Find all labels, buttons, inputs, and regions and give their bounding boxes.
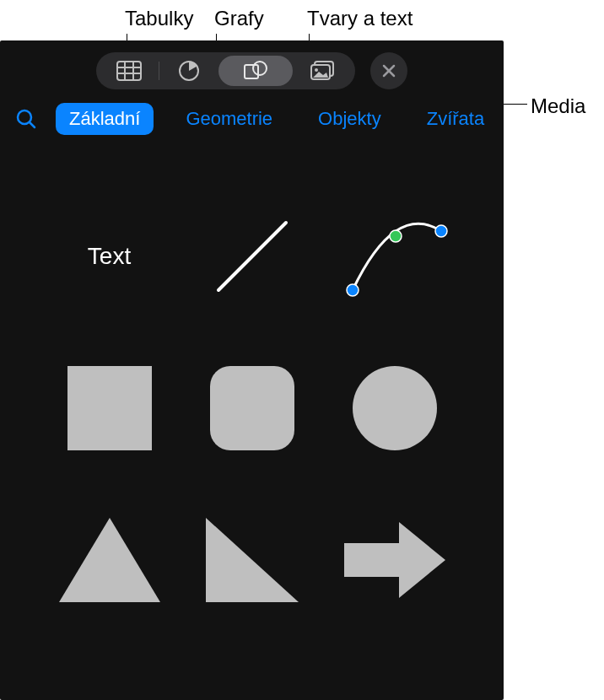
svg-rect-20 bbox=[210, 366, 294, 450]
rounded-square-icon bbox=[210, 366, 294, 450]
svg-line-14 bbox=[30, 122, 35, 127]
svg-point-18 bbox=[435, 225, 447, 237]
callout-charts: Grafy bbox=[214, 7, 264, 30]
right-triangle-icon bbox=[206, 518, 299, 602]
category-tab-basic[interactable]: Základní bbox=[56, 103, 154, 135]
shapes-grid: Text bbox=[0, 147, 504, 636]
media-tab[interactable] bbox=[293, 56, 352, 86]
pie-chart-icon bbox=[178, 60, 200, 82]
svg-rect-0 bbox=[117, 62, 141, 80]
shape-curve[interactable] bbox=[336, 206, 454, 307]
svg-marker-24 bbox=[344, 522, 445, 598]
insert-type-segmented bbox=[96, 52, 355, 89]
tables-tab[interactable] bbox=[100, 56, 159, 86]
charts-tab[interactable] bbox=[159, 56, 218, 86]
close-icon bbox=[381, 63, 396, 78]
circle-icon bbox=[353, 366, 437, 450]
category-tab-objects[interactable]: Objekty bbox=[305, 103, 395, 135]
callout-media: Media bbox=[531, 94, 585, 118]
svg-line-15 bbox=[218, 223, 286, 290]
svg-point-7 bbox=[253, 62, 267, 75]
shape-line[interactable] bbox=[193, 206, 311, 307]
shape-triangle[interactable] bbox=[51, 509, 169, 611]
svg-marker-23 bbox=[206, 518, 299, 602]
insert-panel: Základní Geometrie Objekty Zvířata Text bbox=[0, 40, 504, 700]
svg-rect-19 bbox=[67, 366, 152, 450]
svg-point-17 bbox=[390, 230, 402, 242]
svg-rect-6 bbox=[245, 65, 258, 78]
category-row: Základní Geometrie Objekty Zvířata bbox=[0, 98, 504, 147]
search-icon bbox=[15, 108, 37, 130]
svg-marker-22 bbox=[59, 518, 160, 602]
arrow-right-icon bbox=[344, 522, 445, 598]
category-tab-geometry[interactable]: Geometrie bbox=[172, 103, 286, 135]
shapes-tab[interactable] bbox=[218, 56, 293, 86]
callout-tables: Tabulky bbox=[125, 7, 193, 30]
shape-arrow-right[interactable] bbox=[336, 509, 454, 611]
line-icon bbox=[202, 206, 303, 307]
shape-square[interactable] bbox=[51, 358, 169, 459]
shape-rounded-square[interactable] bbox=[193, 358, 311, 459]
media-icon bbox=[310, 61, 335, 81]
shapes-icon bbox=[243, 60, 268, 82]
svg-point-21 bbox=[353, 366, 437, 450]
square-icon bbox=[67, 366, 152, 450]
svg-point-16 bbox=[347, 284, 359, 296]
shape-circle[interactable] bbox=[336, 358, 454, 459]
curve-icon bbox=[336, 206, 454, 307]
text-shape-label: Text bbox=[88, 243, 131, 270]
shape-right-triangle[interactable] bbox=[193, 509, 311, 611]
insert-toolbar bbox=[0, 40, 504, 98]
svg-point-10 bbox=[315, 68, 318, 72]
shape-text[interactable]: Text bbox=[51, 206, 169, 307]
search-button[interactable] bbox=[15, 106, 37, 132]
table-icon bbox=[116, 61, 142, 81]
callout-shapes-text: Tvary a text bbox=[307, 7, 413, 30]
close-button[interactable] bbox=[370, 52, 407, 89]
category-tab-animals[interactable]: Zvířata bbox=[413, 103, 498, 135]
triangle-icon bbox=[59, 518, 160, 602]
